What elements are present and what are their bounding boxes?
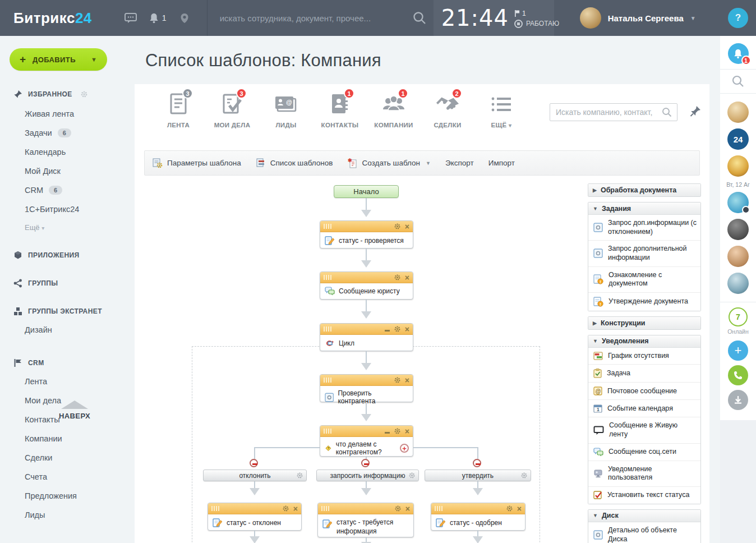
drag-handle-icon[interactable] xyxy=(211,506,219,511)
gear-icon[interactable] xyxy=(394,427,401,435)
stop-status-icon[interactable] xyxy=(514,20,523,28)
palette-item[interactable]: Сообщение соц.сети xyxy=(588,444,700,461)
palette-section-header[interactable]: ▶ Конструкции xyxy=(588,317,700,329)
template-list-button[interactable]: Список шаблонов xyxy=(256,158,333,168)
sidebar-item-crm-quotes[interactable]: Предложения xyxy=(0,486,135,505)
sidebar-item-design[interactable]: Дизайн xyxy=(0,320,135,339)
bitrix24-chat-badge[interactable]: 24 xyxy=(727,128,749,150)
minimize-icon[interactable] xyxy=(385,330,390,332)
search-icon[interactable] xyxy=(412,11,427,25)
tab-feed[interactable]: 3 ЛЕНТА xyxy=(151,92,205,128)
palette-section-header[interactable]: ▼ Уведомления xyxy=(588,335,700,348)
gear-icon[interactable] xyxy=(506,505,513,512)
create-template-button[interactable]: ✱ Создать шаблон ▼ xyxy=(348,158,431,168)
tab-companies[interactable]: 1 КОМПАНИИ xyxy=(367,92,421,128)
sidebar-item-crm-feed[interactable]: Лента xyxy=(0,372,135,391)
palette-item[interactable]: Задача xyxy=(588,365,700,383)
online-users-button[interactable]: 7 xyxy=(729,307,748,326)
notifications-bell-icon[interactable]: 1 xyxy=(149,13,167,24)
user-menu[interactable]: Наталья Сергеева ▼ xyxy=(580,7,696,29)
gear-icon[interactable] xyxy=(394,223,401,230)
user-avatar[interactable] xyxy=(580,7,601,29)
tab-more[interactable]: ЕЩЁ ▾ xyxy=(474,92,528,128)
template-settings-button[interactable]: Параметры шаблона xyxy=(153,158,241,168)
help-button[interactable]: ? xyxy=(728,8,748,28)
palette-item[interactable]: Уведомление пользователя xyxy=(588,461,700,487)
add-branch-button[interactable]: + xyxy=(400,444,409,453)
sidebar-section-extranet[interactable]: ГРУППЫ ЭКСТРАНЕТ xyxy=(0,307,135,316)
cloud-icon[interactable] xyxy=(179,13,190,24)
palette-item[interactable]: 1 Событие календаря xyxy=(588,400,700,417)
close-icon[interactable]: × xyxy=(517,505,522,513)
tab-leads[interactable]: @ ЛИДЫ xyxy=(259,92,313,128)
chat-avatar[interactable] xyxy=(727,192,749,213)
gear-icon[interactable] xyxy=(394,376,401,384)
global-search-input[interactable] xyxy=(220,13,412,23)
close-icon[interactable]: × xyxy=(405,427,409,435)
close-icon[interactable]: × xyxy=(405,223,409,231)
chat-avatar[interactable] xyxy=(727,102,749,123)
sidebar-item-crm-companies[interactable]: Компании xyxy=(0,429,135,448)
chat-avatar[interactable] xyxy=(727,246,749,267)
gear-icon[interactable] xyxy=(80,90,88,98)
tab-contacts[interactable]: 1 КОНТАКТЫ xyxy=(313,92,367,128)
palette-section-header[interactable]: ▼ Диск xyxy=(588,510,700,522)
gear-icon[interactable] xyxy=(394,505,402,512)
block-header[interactable]: × xyxy=(320,426,413,437)
close-icon[interactable]: × xyxy=(405,505,410,513)
import-button[interactable]: Импорт xyxy=(488,159,515,167)
palette-item[interactable]: Установить текст статуса xyxy=(588,487,700,504)
palette-item[interactable]: Запрос дополнительной информации xyxy=(588,241,700,266)
pin-icon[interactable] xyxy=(690,105,701,118)
time-tracker[interactable]: 21:44 1 РАБОТАЮ xyxy=(434,0,554,36)
palette-section-header[interactable]: ▶ Обработка документа xyxy=(588,184,700,196)
branch-reject[interactable]: отклонить xyxy=(203,470,307,481)
sidebar-section-crm[interactable]: CRM xyxy=(0,358,135,367)
bitrix24-logo[interactable]: Битрикс24 xyxy=(0,10,92,27)
close-icon[interactable]: × xyxy=(293,505,298,513)
gear-icon[interactable] xyxy=(408,472,416,479)
palette-section-header[interactable]: ▼ Задания xyxy=(588,203,700,215)
chat-avatar[interactable] xyxy=(727,219,749,240)
workflow-block-status-checking[interactable]: × статус - проверяется xyxy=(320,220,413,249)
palette-item[interactable]: Сообщение в Живую ленту xyxy=(588,417,700,443)
drag-handle-icon[interactable] xyxy=(324,429,331,434)
workflow-block-loop[interactable]: × Цикл xyxy=(320,323,413,351)
workflow-block-message-lawyer[interactable]: × Сообщение юристу xyxy=(320,272,413,300)
palette-item[interactable]: ! Утверждение документа xyxy=(588,293,700,311)
block-header[interactable]: × xyxy=(431,503,525,514)
sidebar-item-tasks[interactable]: Задачи6 xyxy=(0,123,135,142)
block-header[interactable]: × xyxy=(320,375,413,386)
sidebar-item-crm[interactable]: CRM6 xyxy=(0,181,135,200)
palette-item[interactable]: ! Ознакомление с документом xyxy=(588,267,700,293)
sidebar-item-live-feed[interactable]: Живая лента xyxy=(0,104,135,123)
workflow-block-condition[interactable]: × ? что делаем с контрагентом? + xyxy=(320,425,413,457)
sidebar-section-groups[interactable]: ГРУППЫ xyxy=(0,279,135,288)
palette-item[interactable]: Запрос доп.информации (с отклонением) xyxy=(588,215,700,241)
export-button[interactable]: Экспорт xyxy=(445,159,474,167)
search-icon[interactable] xyxy=(661,107,672,118)
chat-avatar[interactable] xyxy=(727,273,749,294)
block-header[interactable]: × xyxy=(320,272,413,283)
gear-icon[interactable] xyxy=(296,472,303,479)
add-chat-button[interactable]: + xyxy=(728,340,748,361)
notifications-button[interactable]: 1 xyxy=(728,43,749,64)
branch-request-info[interactable]: запросить информацию xyxy=(316,470,419,481)
drag-handle-icon[interactable] xyxy=(435,506,442,511)
sidebar-section-favorites[interactable]: ИЗБРАННОЕ xyxy=(0,90,135,99)
phone-call-button[interactable] xyxy=(728,365,748,385)
drag-handle-icon[interactable] xyxy=(324,224,331,229)
search-icon[interactable] xyxy=(731,75,745,88)
workflow-block-status-info-required[interactable]: × статус - требуется информация xyxy=(317,503,414,537)
workflow-block-status-rejected[interactable]: × статус - отклонен xyxy=(208,503,302,531)
chat-avatar[interactable] xyxy=(727,155,749,177)
block-header[interactable]: × xyxy=(320,221,413,232)
chat-icon[interactable] xyxy=(125,12,137,24)
download-app-button[interactable] xyxy=(728,390,748,410)
close-icon[interactable]: × xyxy=(405,325,409,333)
drag-handle-icon[interactable] xyxy=(321,506,329,511)
palette-item[interactable]: @ Почтовое сообщение xyxy=(588,383,700,400)
drag-handle-icon[interactable] xyxy=(324,378,331,383)
block-header[interactable]: × xyxy=(320,324,413,335)
drag-handle-icon[interactable] xyxy=(324,275,331,280)
